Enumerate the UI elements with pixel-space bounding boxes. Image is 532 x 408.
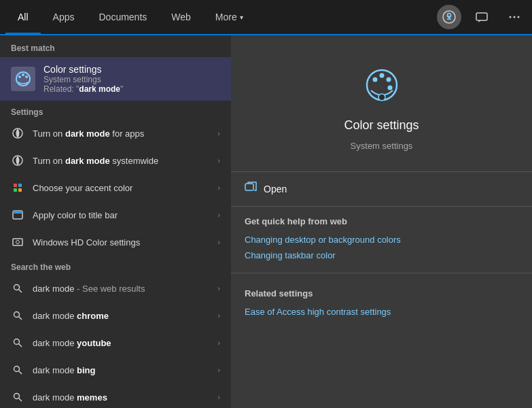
- nav-icons: [437, 5, 527, 29]
- svg-rect-20: [13, 239, 22, 245]
- hd-color-text: Windows HD Color settings: [33, 237, 209, 248]
- svg-point-21: [16, 241, 20, 244]
- svg-point-22: [14, 285, 20, 290]
- svg-point-36: [387, 86, 392, 90]
- svg-rect-14: [14, 184, 17, 187]
- tab-more[interactable]: More ▾: [203, 0, 255, 34]
- open-icon: [245, 182, 257, 197]
- chevron-right-icon-2: ›: [217, 156, 220, 165]
- app-title: Color settings: [344, 118, 419, 133]
- web-search-icon-4: [11, 363, 24, 377]
- chevron-down-icon: ▾: [240, 14, 243, 21]
- svg-point-34: [379, 73, 384, 78]
- accent-color-icon: [11, 181, 24, 194]
- main-layout: Best match Color settings System setting…: [0, 35, 532, 408]
- top-nav: All Apps Documents Web More ▾: [0, 0, 532, 35]
- settings-item-accent-color[interactable]: Choose your accent color ›: [0, 174, 231, 201]
- svg-point-26: [14, 339, 20, 345]
- chevron-right-icon-10: ›: [217, 393, 220, 401]
- quick-help-link-2[interactable]: Changing taskbar color: [245, 248, 518, 263]
- related-settings-link-1[interactable]: Ease of Access high contrast settings: [245, 304, 518, 320]
- tab-web[interactable]: Web: [159, 0, 203, 34]
- settings-item-dark-mode-apps[interactable]: Turn on dark mode for apps ›: [0, 120, 231, 147]
- web-search-text-3: dark mode youtube: [33, 338, 209, 348]
- svg-rect-15: [18, 184, 22, 187]
- chevron-right-icon-5: ›: [217, 238, 220, 246]
- feedback-icon: [475, 10, 489, 24]
- svg-point-37: [378, 94, 385, 101]
- search-web-label: Search the web: [0, 256, 231, 275]
- svg-point-35: [386, 78, 391, 82]
- title-bar-text: Apply color to title bar: [33, 210, 209, 220]
- tab-documents[interactable]: Documents: [86, 0, 159, 34]
- svg-point-7: [518, 16, 520, 18]
- web-search-youtube[interactable]: dark mode youtube ›: [0, 329, 231, 356]
- related-settings-section: Related settings Ease of Access high con…: [231, 279, 532, 324]
- svg-line-27: [19, 344, 22, 347]
- dark-mode-apps-text: Turn on dark mode for apps: [33, 129, 209, 139]
- open-label: Open: [264, 184, 287, 194]
- tab-all[interactable]: All: [5, 0, 41, 34]
- svg-point-28: [14, 367, 20, 372]
- quick-help-label: Get quick help from web: [245, 216, 518, 226]
- best-match-item[interactable]: Color settings System settings Related: …: [0, 57, 231, 101]
- web-search-icon-2: [11, 309, 24, 322]
- related-settings-label: Related settings: [245, 288, 518, 299]
- app-subtitle: System settings: [351, 141, 413, 151]
- right-panel: Color settings System settings Open Get …: [231, 35, 532, 408]
- svg-point-1: [448, 14, 451, 17]
- web-search-icon-3: [11, 336, 24, 350]
- app-icon: [358, 63, 406, 110]
- chevron-right-icon-6: ›: [217, 284, 220, 292]
- ellipsis-icon-button[interactable]: [502, 5, 527, 29]
- settings-item-dark-mode-system[interactable]: Turn on dark mode systemwide ›: [0, 147, 231, 174]
- left-panel: Best match Color settings System setting…: [0, 35, 231, 408]
- color-settings-icon: [11, 67, 35, 91]
- web-search-bing[interactable]: dark mode bing ›: [0, 356, 231, 384]
- svg-rect-16: [14, 188, 17, 192]
- svg-rect-38: [245, 184, 253, 190]
- svg-line-29: [19, 371, 22, 375]
- best-match-label: Best match: [0, 35, 231, 57]
- web-search-chrome[interactable]: dark mode chrome ›: [0, 302, 231, 329]
- chevron-right-icon: ›: [217, 129, 220, 137]
- svg-rect-17: [18, 188, 22, 192]
- dark-mode-system-icon: [11, 154, 24, 167]
- title-bar-icon: [11, 208, 24, 222]
- ellipsis-icon: [508, 10, 521, 24]
- hd-color-icon: [11, 235, 24, 249]
- svg-point-33: [372, 78, 377, 82]
- chevron-right-icon-8: ›: [217, 339, 220, 347]
- settings-item-title-bar[interactable]: Apply color to title bar ›: [0, 201, 231, 228]
- svg-point-10: [22, 73, 24, 76]
- best-match-text: Color settings System settings Related: …: [43, 64, 123, 94]
- chevron-right-icon-9: ›: [217, 366, 220, 374]
- svg-point-24: [14, 312, 20, 318]
- svg-rect-4: [476, 13, 487, 20]
- web-search-memes[interactable]: dark mode memes ›: [0, 384, 231, 408]
- svg-line-23: [19, 290, 22, 293]
- app-header: Color settings System settings: [231, 35, 532, 172]
- chevron-right-icon-7: ›: [217, 311, 220, 320]
- svg-point-9: [18, 75, 21, 78]
- web-search-icon-1: [11, 282, 24, 295]
- chevron-right-icon-3: ›: [217, 184, 220, 192]
- quick-help-section: Get quick help from web Changing desktop…: [231, 207, 532, 267]
- svg-point-30: [14, 394, 20, 399]
- related-term: dark mode: [79, 84, 120, 94]
- related-text: Related: "dark mode": [43, 84, 123, 94]
- dark-mode-apps-icon: [11, 126, 24, 140]
- chevron-right-icon-4: ›: [217, 211, 220, 219]
- tab-apps[interactable]: Apps: [41, 0, 87, 34]
- open-button[interactable]: Open: [231, 172, 532, 207]
- web-search-text-5: dark mode memes: [33, 392, 209, 403]
- settings-item-hd-color[interactable]: Windows HD Color settings ›: [0, 228, 231, 256]
- quick-help-link-1[interactable]: Changing desktop or background colors: [245, 232, 518, 248]
- dark-mode-system-text: Turn on dark mode systemwide: [33, 156, 209, 166]
- svg-line-25: [19, 317, 22, 320]
- feedback-icon-button[interactable]: [469, 5, 494, 29]
- trophy-icon-button[interactable]: [437, 5, 461, 29]
- web-search-dark-mode[interactable]: dark mode - See web results ›: [0, 275, 231, 302]
- accent-color-text: Choose your accent color: [33, 183, 209, 193]
- divider-1: [231, 273, 532, 273]
